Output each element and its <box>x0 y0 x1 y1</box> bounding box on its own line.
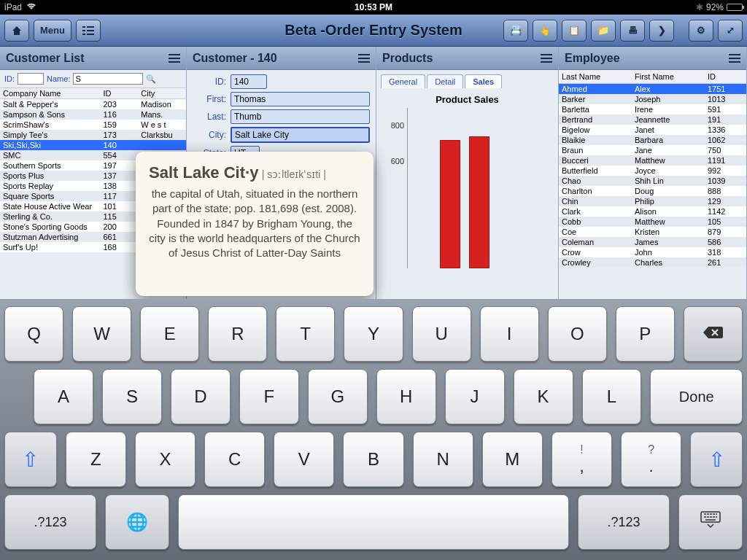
settings-button[interactable]: ⚙ <box>689 20 713 42</box>
onscreen-keyboard: QWERTYUIOP ASDFGHJKLDone ⇧ZXCVBNM!,?.⇧ .… <box>0 299 747 560</box>
panel-menu-button[interactable] <box>541 54 552 63</box>
table-row[interactable]: Salt & Pepper's203Madison <box>0 99 186 109</box>
key-s[interactable]: S <box>102 369 162 424</box>
key-v[interactable]: V <box>274 432 334 487</box>
table-row[interactable]: CharltonDoug888 <box>559 186 746 196</box>
table-row[interactable]: BlaikieBarbara1062 <box>559 135 746 145</box>
key-h[interactable]: H <box>376 369 436 424</box>
tab-detail[interactable]: Detail <box>427 74 463 88</box>
key-g[interactable]: G <box>308 369 368 424</box>
table-row[interactable]: ChaoShih Lin1039 <box>559 176 746 186</box>
table-row[interactable]: BucceriMatthew1191 <box>559 155 746 166</box>
col-first-header[interactable]: First Name <box>632 71 705 82</box>
tab-sales[interactable]: Sales <box>465 74 502 88</box>
dictionary-popover: Salt Lake Cit·y | sɔːltleɪkˈsɪti | the c… <box>136 152 374 296</box>
table-row[interactable]: ChinPhilip129 <box>559 196 746 206</box>
table-row[interactable]: CrowJohn318 <box>559 247 746 257</box>
table-row[interactable]: BraunJane750 <box>559 145 746 155</box>
tool-button-4[interactable]: 📁 <box>591 20 616 42</box>
tool-button-2[interactable]: 👆 <box>533 20 557 42</box>
key-globe[interactable]: 🌐 <box>105 494 169 550</box>
key-f[interactable]: F <box>239 369 299 424</box>
key-j[interactable]: J <box>445 369 505 424</box>
key-period[interactable]: ?. <box>621 432 681 487</box>
col-id-header[interactable]: ID <box>100 88 138 98</box>
tool-button-1[interactable]: 📇 <box>503 20 528 42</box>
list-toggle-button[interactable] <box>76 20 101 42</box>
key-b[interactable]: B <box>343 432 403 487</box>
table-row[interactable]: ScrimShaw's159W e s t <box>0 120 186 130</box>
first-field[interactable] <box>231 92 370 106</box>
table-row[interactable]: Simply Tee's173Clarksbu <box>0 130 186 140</box>
col-last-header[interactable]: Last Name <box>559 71 632 82</box>
key-k[interactable]: K <box>514 369 573 424</box>
table-row[interactable]: CoeKristen879 <box>559 227 746 237</box>
city-field[interactable] <box>231 127 370 143</box>
tool-button-3[interactable]: 📋 <box>562 20 587 42</box>
key-dismiss[interactable] <box>678 494 743 550</box>
svg-rect-4 <box>82 34 85 35</box>
home-button[interactable] <box>4 20 29 42</box>
table-row[interactable]: Sampson & Sons116Mans. <box>0 109 186 120</box>
table-row[interactable]: BarkerJoseph1013 <box>559 94 746 104</box>
search-icon[interactable]: 🔍 <box>146 74 156 84</box>
col-company-header[interactable]: Company Name <box>0 88 100 98</box>
key-a[interactable]: A <box>34 369 93 424</box>
tab-general[interactable]: General <box>381 74 425 88</box>
key-i[interactable]: I <box>480 306 539 362</box>
key-space[interactable] <box>178 494 569 550</box>
filter-name-input[interactable] <box>73 73 143 85</box>
key-p[interactable]: P <box>616 306 675 362</box>
table-row[interactable]: BertrandJeannette191 <box>559 114 746 125</box>
table-row[interactable]: AhmedAlex1751 <box>559 84 746 94</box>
key-done[interactable]: Done <box>650 369 743 424</box>
table-row[interactable]: BigelowJanet1336 <box>559 125 746 135</box>
key-numsym-left[interactable]: .?123 <box>4 494 96 550</box>
table-row[interactable]: CobbMatthew105 <box>559 217 746 227</box>
col-city-header[interactable]: City <box>138 88 186 98</box>
key-z[interactable]: Z <box>66 432 126 487</box>
col-empid-header[interactable]: ID <box>705 71 741 82</box>
id-field[interactable] <box>231 74 267 89</box>
key-w[interactable]: W <box>72 306 131 362</box>
key-l[interactable]: L <box>582 369 642 424</box>
key-x[interactable]: X <box>135 432 196 487</box>
filter-id-input[interactable] <box>18 73 44 85</box>
table-row[interactable]: ColemanJames586 <box>559 237 746 247</box>
print-button[interactable]: 🖶 <box>620 20 645 42</box>
table-row[interactable]: Ski,Ski,Ski140 <box>0 140 186 150</box>
key-r[interactable]: R <box>208 306 267 362</box>
shift-icon: ⇧ <box>708 448 725 472</box>
key-c[interactable]: C <box>204 432 265 487</box>
employee-headers: Last Name First Name ID <box>559 70 746 84</box>
key-comma[interactable]: !, <box>551 432 612 487</box>
battery-icon <box>727 4 743 11</box>
key-y[interactable]: Y <box>344 306 403 362</box>
key-q[interactable]: Q <box>4 306 63 362</box>
key-e[interactable]: E <box>140 306 199 362</box>
key-shift[interactable]: ⇧ <box>4 432 57 487</box>
key-shift[interactable]: ⇧ <box>690 432 743 487</box>
table-row[interactable]: ButterfieldJoyce992 <box>559 166 746 176</box>
panel-menu-button[interactable] <box>169 54 180 63</box>
panel-menu-button[interactable] <box>729 54 740 63</box>
menu-button[interactable]: Menu <box>34 20 71 42</box>
expand-button[interactable]: ⤢ <box>718 20 743 42</box>
key-numsym-right[interactable]: .?123 <box>578 494 670 550</box>
key-m[interactable]: M <box>482 432 543 487</box>
key-t[interactable]: T <box>276 306 335 362</box>
key-backspace[interactable] <box>684 306 743 362</box>
last-field[interactable] <box>231 109 370 124</box>
panel-menu-button[interactable] <box>358 54 370 63</box>
chart-title: Product Sales <box>376 88 558 108</box>
next-button[interactable]: ❯ <box>649 20 674 42</box>
key-o[interactable]: O <box>548 306 607 362</box>
key-n[interactable]: N <box>413 432 473 487</box>
key-d[interactable]: D <box>171 369 231 424</box>
table-row[interactable]: CrowleyCharles261 <box>559 257 746 268</box>
svg-rect-2 <box>82 30 85 31</box>
shift-icon: ⇧ <box>22 448 39 472</box>
key-u[interactable]: U <box>412 306 471 362</box>
table-row[interactable]: BarlettaIrene591 <box>559 104 746 114</box>
table-row[interactable]: ClarkAlison1142 <box>559 206 746 217</box>
